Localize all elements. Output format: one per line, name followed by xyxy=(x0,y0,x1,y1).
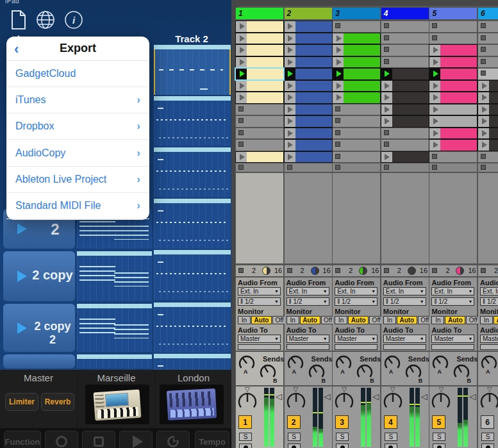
clip-slot[interactable] xyxy=(236,92,283,103)
stop-all-slot[interactable] xyxy=(381,163,429,172)
clip-slot[interactable] xyxy=(285,128,332,139)
clip-slot[interactable] xyxy=(285,69,332,79)
clip-slot[interactable] xyxy=(285,81,332,92)
export-item-audiocopy[interactable]: AudioCopy› xyxy=(6,140,149,167)
clip-play-button[interactable] xyxy=(285,116,295,127)
clip-play-button[interactable] xyxy=(381,152,392,163)
clip-slot[interactable] xyxy=(333,92,380,103)
stop-all-slot[interactable] xyxy=(285,163,332,172)
track2-clip[interactable] xyxy=(154,250,231,300)
clip-slot[interactable] xyxy=(381,116,429,127)
clip-slot[interactable] xyxy=(333,104,380,115)
channel-select[interactable]: ‖ 1/2▼ xyxy=(238,297,281,306)
clip-slot[interactable] xyxy=(236,69,283,79)
export-item-standard-midi-file[interactable]: Standard MIDI File› xyxy=(6,193,149,219)
tempo-button[interactable]: Tempo xyxy=(195,431,229,448)
clip-play-button[interactable] xyxy=(429,69,440,79)
clip-slot[interactable] xyxy=(285,45,332,56)
solo-button[interactable]: S xyxy=(239,433,252,441)
channel-select[interactable]: ‖ 1/2▼ xyxy=(335,297,378,306)
clip-play-button[interactable] xyxy=(429,140,440,151)
channel-select[interactable]: ‖ 1/2▼ xyxy=(480,297,498,306)
clip-play-button[interactable] xyxy=(333,92,344,103)
clip-play-button[interactable] xyxy=(285,33,295,44)
clip-slot[interactable] xyxy=(429,104,477,115)
clip-play-button[interactable] xyxy=(285,45,295,56)
clip-play-button[interactable] xyxy=(429,128,440,139)
clip-play-button[interactable] xyxy=(285,69,295,79)
solo-button[interactable]: S xyxy=(336,433,349,441)
clip-slot[interactable] xyxy=(478,116,498,127)
output-select[interactable]: Master▼ xyxy=(286,335,329,343)
clip-play-button[interactable] xyxy=(285,92,295,103)
input-select[interactable]: Ext. In▼ xyxy=(335,287,378,295)
clip-slot[interactable] xyxy=(333,152,380,163)
pan-knob[interactable] xyxy=(383,392,403,412)
marseille-gadget-image[interactable] xyxy=(85,385,149,424)
clip-play-button[interactable] xyxy=(478,92,489,103)
clip-play-button[interactable] xyxy=(285,21,295,32)
loop-button[interactable] xyxy=(156,431,190,448)
clip-slot[interactable] xyxy=(381,152,429,163)
monitor-auto-button[interactable]: Auto xyxy=(445,316,465,324)
track1-clip[interactable] xyxy=(77,304,152,352)
track2-clip[interactable] xyxy=(154,303,231,353)
stop-all-slot[interactable] xyxy=(333,163,380,172)
play-button[interactable] xyxy=(119,431,153,448)
track-header-4[interactable]: 4 xyxy=(381,8,429,19)
output-select[interactable]: Master▼ xyxy=(238,335,281,343)
track-header-5[interactable]: 5 xyxy=(429,8,477,19)
volume-slider-icon[interactable]: ◁ xyxy=(469,392,476,401)
clip-slot[interactable] xyxy=(236,33,283,44)
clip-play-button[interactable] xyxy=(285,128,295,139)
export-item-itunes[interactable]: iTunes› xyxy=(6,87,149,113)
clip-slot[interactable] xyxy=(333,128,380,139)
arm-button[interactable] xyxy=(385,444,397,448)
arm-button[interactable] xyxy=(288,444,301,448)
solo-button[interactable]: S xyxy=(288,433,301,441)
clip-play-button[interactable] xyxy=(381,104,392,115)
stop-button[interactable] xyxy=(82,431,115,448)
clip-slot[interactable] xyxy=(429,152,477,163)
clip-play-button[interactable] xyxy=(236,57,247,68)
clip-slot[interactable] xyxy=(381,81,429,92)
monitor-auto-button[interactable]: Auto xyxy=(300,316,320,324)
globe-icon[interactable] xyxy=(35,9,56,31)
scene-play-icon[interactable] xyxy=(17,270,27,282)
track-header-3[interactable]: 3 xyxy=(333,8,380,19)
clip-slot[interactable] xyxy=(429,45,477,56)
clip-slot[interactable] xyxy=(236,21,283,32)
track2-clip[interactable] xyxy=(154,96,231,146)
clip-slot[interactable] xyxy=(478,57,498,68)
clip-play-button[interactable] xyxy=(478,81,489,92)
output-select[interactable]: Master▼ xyxy=(431,335,474,343)
clip-slot[interactable] xyxy=(236,116,283,127)
clip-play-button[interactable] xyxy=(236,21,247,32)
clip-slot[interactable] xyxy=(285,33,332,44)
limiter-button[interactable]: Limiter xyxy=(5,393,38,411)
monitor-in-button[interactable]: In xyxy=(383,316,396,324)
channel-select[interactable]: ‖ 1/2▼ xyxy=(431,297,474,306)
clip-slot[interactable] xyxy=(429,57,477,68)
clip-slot[interactable] xyxy=(285,116,332,127)
clip-slot[interactable] xyxy=(285,92,332,103)
channel-select[interactable]: ‖ 1/2▼ xyxy=(286,297,329,306)
arm-button[interactable] xyxy=(239,444,252,448)
clip-play-button[interactable] xyxy=(429,81,440,92)
clip-slot[interactable] xyxy=(429,21,477,32)
monitor-in-button[interactable]: In xyxy=(335,316,347,324)
clip-slot[interactable] xyxy=(236,104,283,115)
arm-button[interactable] xyxy=(336,444,349,448)
track1-clip[interactable] xyxy=(77,251,152,301)
track-activator-1[interactable]: 1 xyxy=(238,415,252,429)
track2-clip[interactable] xyxy=(154,45,231,95)
pan-knob[interactable] xyxy=(334,392,354,412)
clip-slot[interactable] xyxy=(478,104,498,115)
clip-slot[interactable] xyxy=(381,33,429,44)
london-gadget-image[interactable] xyxy=(160,385,224,424)
monitor-auto-button[interactable]: Auto xyxy=(251,316,272,324)
solo-button[interactable]: S xyxy=(481,433,494,441)
clip-play-button[interactable] xyxy=(285,140,295,151)
channel-select[interactable]: ‖ 1/2▼ xyxy=(383,297,426,306)
clip-slot[interactable] xyxy=(236,57,283,68)
